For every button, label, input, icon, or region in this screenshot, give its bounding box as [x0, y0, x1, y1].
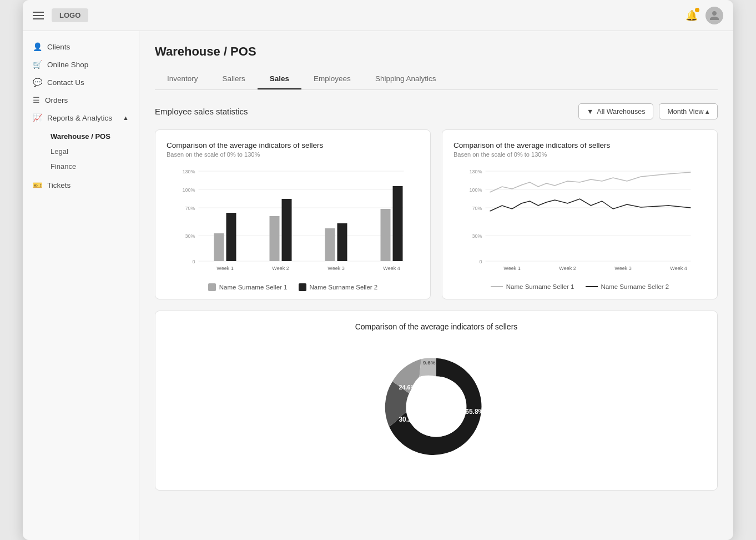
svg-text:Week 3: Week 3 — [614, 266, 631, 271]
bar-w3-s1 — [325, 228, 335, 261]
topbar: LOGO 🔔 — [23, 0, 733, 31]
reports-icon: 📈 — [33, 113, 42, 122]
notifications-button[interactable]: 🔔 — [686, 9, 698, 22]
donut-chart-area: 65.8% 30.2% 24.6% 9.6% — [167, 340, 706, 479]
sidebar-sub-menu: Warehouse / POS Legal Finance — [23, 127, 139, 176]
donut-label-3: 24.6% — [399, 384, 416, 391]
sidebar-item-legal[interactable]: Legal — [45, 144, 139, 159]
donut-label-1: 65.8% — [465, 408, 484, 416]
legend-line-seller1: Name Surname Seller 1 — [491, 283, 574, 290]
svg-text:Week 4: Week 4 — [383, 266, 400, 271]
svg-text:70%: 70% — [185, 206, 195, 211]
bar-chart-subtitle: Basen on the scale of 0% to 130% — [167, 151, 419, 158]
svg-text:130%: 130% — [469, 169, 482, 174]
tab-sallers[interactable]: Sallers — [210, 69, 258, 89]
sidebar-item-finance[interactable]: Finance — [45, 159, 139, 174]
main-layout: 👤 Clients 🛒 Online Shop 💬 Contact Us ☰ O… — [23, 31, 733, 540]
bar-w4-s2 — [393, 186, 403, 261]
line-chart-title: Comparison of the average indicators of … — [453, 141, 706, 149]
svg-text:100%: 100% — [469, 187, 482, 193]
sidebar-item-online-shop[interactable]: 🛒 Online Shop — [23, 56, 139, 73]
sidebar-item-clients[interactable]: 👤 Clients — [23, 38, 139, 56]
shop-icon: 🛒 — [33, 60, 42, 69]
bar-w1-s1 — [214, 233, 224, 261]
legend-color-s2 — [299, 283, 306, 291]
donut-label-2: 30.2% — [399, 416, 417, 423]
orders-icon: ☰ — [33, 96, 40, 104]
filter-icon: ▼ — [587, 108, 593, 116]
tab-inventory[interactable]: Inventory — [155, 69, 210, 89]
avatar[interactable] — [705, 7, 723, 24]
line-chart-svg: 130% 100% 70% 30% 0 Week 1 Week 2 — [453, 166, 706, 277]
bar-w2-s2 — [282, 199, 292, 261]
svg-text:100%: 100% — [182, 187, 195, 193]
bar-w3-s2 — [337, 223, 347, 261]
svg-text:Week 2: Week 2 — [559, 266, 576, 271]
tab-employees[interactable]: Employees — [301, 69, 363, 89]
page-title: Warehouse / POS — [155, 44, 718, 59]
tabs-bar: Inventory Sallers Sales Employees Shippi… — [155, 69, 718, 90]
sidebar-item-label: Tickets — [47, 181, 70, 189]
svg-text:Week 1: Week 1 — [503, 266, 520, 271]
line-chart-card: Comparison of the average indicators of … — [442, 129, 718, 299]
svg-text:70%: 70% — [472, 206, 482, 211]
legend-line-color-s2 — [586, 286, 598, 287]
svg-text:130%: 130% — [182, 169, 195, 174]
main-content: Warehouse / POS Inventory Sallers Sales … — [139, 31, 733, 540]
chevron-up-icon: ▲ — [123, 114, 129, 121]
donut-chart-card: Comparison of the average indicators of … — [155, 311, 718, 491]
logo: LOGO — [52, 8, 88, 22]
svg-text:Week 2: Week 2 — [272, 266, 289, 271]
donut-chart-title: Comparison of the average indicators of … — [167, 322, 706, 331]
svg-text:30%: 30% — [472, 233, 482, 239]
stats-controls: ▼ All Warehouses Month View ▴ — [578, 103, 718, 119]
line-chart-legend: Name Surname Seller 1 Name Surname Selle… — [453, 283, 706, 290]
legend-line-color-s1 — [491, 286, 503, 287]
legend-seller2: Name Surname Seller 2 — [299, 283, 378, 291]
svg-text:30%: 30% — [185, 233, 195, 239]
bar-chart-title: Comparison of the average indicators of … — [167, 141, 419, 149]
line-chart-area: 130% 100% 70% 30% 0 Week 1 Week 2 — [453, 166, 706, 277]
sidebar: 👤 Clients 🛒 Online Shop 💬 Contact Us ☰ O… — [23, 31, 139, 540]
topbar-right: 🔔 — [686, 7, 723, 24]
svg-text:0: 0 — [479, 259, 482, 264]
svg-text:0: 0 — [192, 259, 195, 264]
legend-color-s1 — [208, 283, 216, 291]
sidebar-item-label: Contact Us — [47, 78, 84, 87]
legend-label-s2: Name Surname Seller 2 — [310, 284, 378, 291]
sidebar-item-contact-us[interactable]: 💬 Contact Us — [23, 73, 139, 91]
topbar-left: LOGO — [33, 8, 88, 22]
stats-header: Employee sales statistics ▼ All Warehous… — [155, 103, 718, 119]
legend-line-label-s1: Name Surname Seller 1 — [506, 283, 574, 290]
sidebar-item-orders[interactable]: ☰ Orders — [23, 91, 139, 109]
sidebar-item-label: Reports & Analytics — [47, 114, 112, 122]
sidebar-item-reports[interactable]: 📈 Reports & Analytics ▲ — [23, 109, 139, 127]
line-s2 — [490, 199, 691, 211]
filter-warehouses-button[interactable]: ▼ All Warehouses — [578, 103, 653, 119]
view-toggle-button[interactable]: Month View ▴ — [659, 103, 718, 119]
stats-title: Employee sales statistics — [155, 107, 248, 116]
bar-chart-legend: Name Surname Seller 1 Name Surname Selle… — [167, 283, 419, 291]
svg-text:Week 3: Week 3 — [327, 266, 344, 271]
clients-icon: 👤 — [33, 42, 42, 51]
svg-text:Week 1: Week 1 — [216, 266, 233, 271]
tab-sales[interactable]: Sales — [258, 69, 301, 89]
bar-chart-area: 130% 100% 70% 30% 0 — [167, 166, 419, 277]
tab-shipping[interactable]: Shipping Analytics — [363, 69, 448, 89]
contact-icon: 💬 — [33, 78, 42, 87]
legend-seller1: Name Surname Seller 1 — [208, 283, 288, 291]
sidebar-item-tickets[interactable]: 🎫 Tickets — [23, 176, 139, 194]
filter-label: All Warehouses — [597, 108, 645, 116]
bar-w2-s1 — [270, 216, 280, 261]
line-chart-subtitle: Basen on the scale of 0% to 130% — [453, 151, 706, 158]
bar-chart-svg: 130% 100% 70% 30% 0 — [167, 166, 419, 277]
svg-text:Week 4: Week 4 — [670, 266, 687, 271]
view-label: Month View ▴ — [667, 107, 709, 116]
bar-w4-s1 — [381, 209, 391, 261]
notification-badge — [695, 8, 699, 12]
sidebar-item-label: Orders — [45, 96, 68, 104]
legend-label-s1: Name Surname Seller 1 — [219, 284, 288, 291]
hamburger-button[interactable] — [33, 12, 44, 19]
sidebar-item-warehouse-pos[interactable]: Warehouse / POS — [45, 129, 139, 144]
legend-line-seller2: Name Surname Seller 2 — [586, 283, 669, 290]
